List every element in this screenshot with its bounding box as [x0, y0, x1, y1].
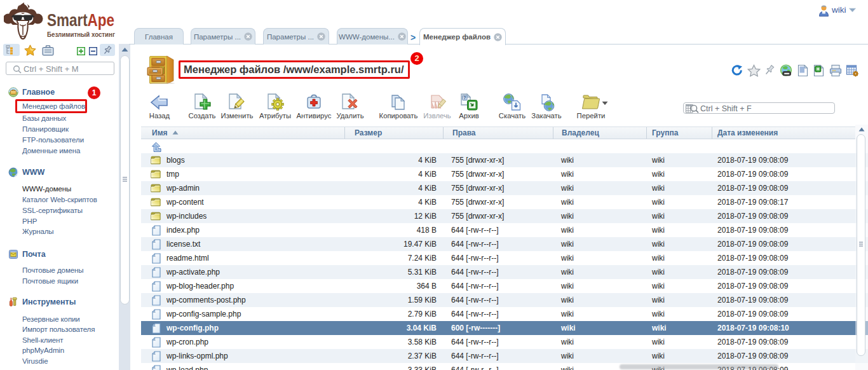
- svg-text:?: ?: [463, 95, 466, 100]
- svg-text:SmartApe: SmartApe: [47, 10, 114, 30]
- svg-text:Безлимитный хостинг: Безлимитный хостинг: [47, 31, 115, 38]
